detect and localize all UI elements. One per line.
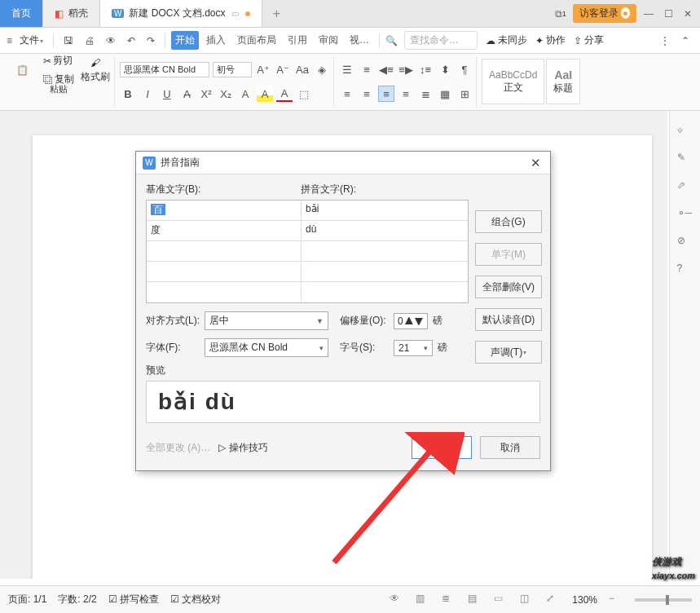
font-color-icon[interactable]: A	[276, 86, 293, 102]
command-search-input[interactable]: 查找命令…	[404, 31, 478, 50]
offset-input[interactable]: 0⯅⯆	[394, 313, 428, 329]
link-icon[interactable]: ⊘	[677, 235, 693, 251]
view-split-icon[interactable]: ◫	[520, 593, 535, 607]
view-outline-icon[interactable]: ≣	[442, 593, 456, 607]
indent-icon[interactable]: ≡▶	[398, 62, 414, 78]
view-read-icon[interactable]: ▭	[494, 593, 508, 607]
tab-menu-icon[interactable]: ▭	[230, 9, 240, 18]
align-justify-icon[interactable]: ≡	[398, 86, 414, 102]
view-web-icon[interactable]: ▤	[468, 593, 482, 607]
clear-all-button[interactable]: 全部删除(V)	[475, 276, 542, 298]
default-reading-button[interactable]: 默认读音(D)	[475, 308, 542, 331]
font-select[interactable]: 思源黑体 CN Bold▾	[205, 338, 328, 357]
align-left-icon[interactable]: ≡	[339, 86, 355, 102]
shrink-font-icon[interactable]: A⁻	[275, 62, 291, 78]
proofread-button[interactable]: ☑ 文档校对	[170, 593, 221, 606]
paste-button[interactable]: 📋	[7, 64, 37, 76]
font-family-select[interactable]: 思源黑体 CN Bold	[120, 62, 209, 77]
print-icon[interactable]: 🖨	[81, 33, 99, 49]
ok-button[interactable]: 确定	[412, 436, 472, 459]
file-menu[interactable]: 文件▾	[15, 31, 47, 50]
close-icon[interactable]: ✕	[680, 7, 695, 21]
subscript-icon[interactable]: X₂	[218, 86, 234, 102]
minimize-icon[interactable]: —	[641, 7, 656, 21]
preview-icon[interactable]: 👁	[102, 33, 120, 49]
table-row[interactable]	[147, 241, 468, 262]
base-char-1[interactable]: 度	[147, 221, 302, 240]
highlight-icon[interactable]: A	[257, 86, 273, 102]
combine-button[interactable]: 组合(G)	[475, 210, 542, 233]
text-effect-icon[interactable]: A	[237, 86, 253, 102]
redo-icon[interactable]: ↷	[143, 33, 159, 49]
shading-icon[interactable]: ▦	[437, 86, 453, 102]
tab-home[interactable]: 首页	[0, 0, 43, 27]
align-select[interactable]: 居中▼	[205, 311, 328, 330]
sync-button[interactable]: ☁未同步	[486, 33, 527, 47]
sort-icon[interactable]: ⬍	[437, 62, 453, 78]
view-page-icon[interactable]: ▥	[416, 593, 430, 607]
more-icon[interactable]: ⋮	[656, 33, 674, 49]
save-icon[interactable]: 🖫	[59, 33, 77, 49]
dialog-titlebar[interactable]: W 拼音指南 ✕	[136, 152, 550, 174]
show-marks-icon[interactable]: ¶	[456, 62, 473, 78]
numbering-icon[interactable]: ≡	[359, 62, 375, 78]
italic-icon[interactable]: I	[139, 86, 156, 102]
dialog-close-button[interactable]: ✕	[527, 156, 544, 170]
fontsize-select[interactable]: 21▾	[394, 340, 433, 356]
tab-view[interactable]: 视…	[346, 31, 373, 50]
bullets-icon[interactable]: ☰	[339, 62, 355, 78]
align-center-icon[interactable]: ≡	[359, 86, 375, 102]
new-tab-button[interactable]: +	[262, 0, 290, 27]
pinyin-1[interactable]: dù	[302, 221, 468, 240]
superscript-icon[interactable]: X²	[198, 86, 214, 102]
align-right-icon[interactable]: ≡	[378, 86, 394, 102]
base-char-0[interactable]: 百	[151, 204, 165, 215]
borders-icon[interactable]: ⊞	[456, 86, 473, 102]
share-button[interactable]: ⇪分享	[574, 33, 604, 47]
pinyin-0[interactable]: bǎi	[302, 201, 468, 220]
style-heading1[interactable]: AaI标题	[546, 59, 580, 104]
bold-icon[interactable]: B	[120, 86, 136, 102]
char-border-icon[interactable]: ⬚	[296, 86, 312, 102]
font-size-select[interactable]: 初号	[213, 62, 252, 77]
rocket-icon[interactable]: ⟐	[677, 124, 693, 140]
clear-format-icon[interactable]: ◈	[314, 62, 330, 78]
app-menu-icon[interactable]: ≡	[7, 35, 12, 46]
zoom-level[interactable]: 130%	[572, 594, 597, 606]
table-row[interactable]: 度 dù	[147, 221, 468, 241]
window-list-icon[interactable]: ⧉1	[553, 7, 568, 21]
tab-insert[interactable]: 插入	[202, 31, 230, 50]
settings-icon[interactable]: ⚬─	[677, 207, 693, 223]
login-button[interactable]: 访客登录 ●	[573, 4, 636, 23]
tab-review[interactable]: 审阅	[315, 31, 342, 50]
case-icon[interactable]: Aa	[294, 62, 310, 78]
undo-icon[interactable]: ↶	[123, 33, 139, 49]
style-normal[interactable]: AaBbCcDd正文	[482, 59, 544, 104]
line-spacing-icon[interactable]: ↕≡	[417, 62, 434, 78]
cut-button[interactable]: ✂剪切	[41, 53, 77, 68]
grow-font-icon[interactable]: A⁺	[255, 62, 271, 78]
word-count[interactable]: 字数: 2/2	[58, 593, 96, 606]
zoom-out-icon[interactable]: −	[609, 593, 623, 607]
strike-icon[interactable]: A̶	[178, 86, 195, 102]
outdent-icon[interactable]: ◀≡	[378, 62, 394, 78]
zoom-fit-icon[interactable]: ⤢	[546, 593, 561, 607]
table-row[interactable]	[147, 262, 468, 282]
table-row[interactable]	[147, 282, 468, 302]
distribute-icon[interactable]: ≣	[417, 86, 434, 102]
tab-layout[interactable]: 页面布局	[233, 31, 280, 50]
format-painter-button[interactable]: 🖌格式刷	[80, 57, 111, 84]
tab-start[interactable]: 开始	[171, 31, 199, 50]
tips-link[interactable]: ▷操作技巧	[218, 441, 268, 455]
cancel-button[interactable]: 取消	[480, 436, 540, 459]
zoom-slider[interactable]	[635, 598, 692, 602]
tab-shell[interactable]: ◧ 稻壳	[43, 0, 100, 27]
page-indicator[interactable]: 页面: 1/1	[8, 593, 46, 606]
collapse-icon[interactable]: ⌃	[677, 33, 693, 49]
tab-ref[interactable]: 引用	[284, 31, 311, 50]
underline-icon[interactable]: U	[159, 86, 175, 102]
pen-icon[interactable]: ✎	[677, 152, 693, 168]
eye-icon[interactable]: 👁	[390, 593, 404, 607]
tab-document[interactable]: W 新建 DOCX 文档.docx ▭	[100, 0, 262, 27]
cursor-icon[interactable]: ⬀	[677, 179, 693, 196]
